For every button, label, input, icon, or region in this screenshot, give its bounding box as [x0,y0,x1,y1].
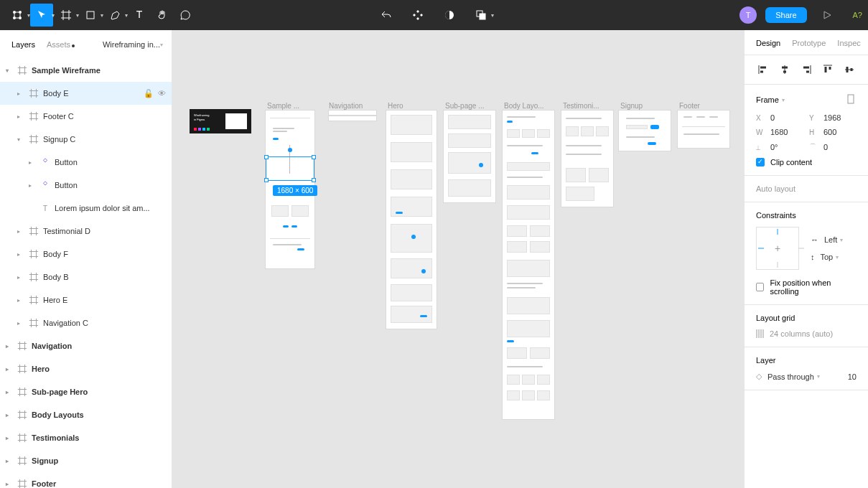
frame-label[interactable]: Body Layo... [504,102,544,110]
chevron-down-icon[interactable]: ▾ [76,12,79,19]
menu-button[interactable] [6,4,29,27]
resize-to-fit-icon[interactable] [845,93,857,106]
x-input[interactable]: 0 [770,113,775,122]
align-hcenter-icon[interactable] [778,62,792,77]
align-left-icon[interactable] [756,62,770,77]
layer-row[interactable]: ▸Testimonial D [0,220,172,243]
layer-caret[interactable]: ▸ [29,182,36,189]
layer-caret[interactable]: ▸ [17,320,24,327]
chevron-down-icon[interactable]: ▾ [491,12,494,19]
tab-assets[interactable]: Assets [47,40,75,49]
frame-label[interactable]: Navigation [329,102,363,110]
align-top-icon[interactable] [821,62,835,77]
frame-label[interactable]: Hero [388,102,403,110]
frame-tool[interactable] [55,4,78,27]
clip-content-checkbox[interactable] [756,158,765,166]
tab-inspect[interactable]: Inspec [837,39,860,55]
grid-columns-icon[interactable] [756,329,764,338]
layer-caret[interactable]: ▸ [6,366,13,372]
layout-grid-value[interactable]: 24 columns (auto) [770,329,833,338]
layer-caret[interactable]: ▾ [6,67,13,74]
layer-row[interactable]: ▸Navigation [0,334,172,357]
layer-caret[interactable]: ▸ [17,251,24,258]
opacity-input[interactable]: 10 [848,372,857,381]
canvas[interactable]: Wireframing in Figma Sample ... [172,30,745,488]
auto-layout-section[interactable]: Auto layout [745,176,868,202]
layer-row[interactable]: ▸Button [0,174,172,197]
chevron-down-icon[interactable]: ▾ [27,12,30,19]
constraint-diagram[interactable]: + [756,227,799,270]
layer-row[interactable]: ▾Signup C [0,128,172,151]
frame-type-selector[interactable]: Frame [756,95,779,104]
tab-prototype[interactable]: Prototype [792,39,826,55]
layer-row[interactable]: ▸Footer C [0,105,172,128]
mask-icon[interactable] [438,4,461,27]
visibility-icon[interactable]: 👁 [158,89,166,98]
tab-layers[interactable]: Layers [11,40,35,49]
layer-caret[interactable]: ▸ [17,274,24,281]
share-button[interactable]: Share [765,7,806,23]
height-input[interactable]: 600 [823,128,836,136]
chevron-down-icon[interactable]: ▾ [52,12,55,19]
layer-caret[interactable]: ▸ [17,297,24,304]
page-selector[interactable]: Wireframing in... [103,40,160,49]
chevron-down-icon[interactable]: ▾ [125,12,128,19]
layer-row[interactable]: ▾Sample Wireframe [0,59,172,82]
rotation-input[interactable]: 0° [770,143,778,151]
component-icon[interactable] [406,4,429,27]
layer-caret[interactable]: ▸ [6,412,13,418]
layer-row[interactable]: ▸Body E🔓👁 [0,82,172,105]
frame-label[interactable]: Testimoni... [563,102,599,110]
layer-caret[interactable]: ▸ [6,389,13,395]
layer-caret[interactable]: ▾ [17,136,24,143]
layer-row[interactable]: ▸Navigation C [0,311,172,334]
chevron-down-icon[interactable]: ▾ [160,42,163,48]
layer-caret[interactable]: ▸ [17,113,24,120]
lock-icon[interactable]: 🔓 [144,89,154,98]
layer-row[interactable]: ▸Body Layouts [0,403,172,426]
layer-row[interactable]: TLorem ipsum dolor sit am... [0,197,172,220]
layer-caret[interactable]: ▸ [6,481,13,487]
zoom-label[interactable]: A? [853,11,862,19]
fix-position-checkbox[interactable] [756,283,764,291]
shape-tool[interactable] [79,4,102,27]
layer-row[interactable]: ▸Testimonials [0,426,172,449]
frame-label[interactable]: Sub-page ... [445,102,484,110]
layer-row[interactable]: ▸Footer [0,472,172,488]
chevron-down-icon[interactable]: ▾ [101,12,103,19]
layer-row[interactable]: ▸Body F [0,243,172,266]
move-tool[interactable] [30,4,53,27]
boolean-icon[interactable] [470,4,493,27]
layer-caret[interactable]: ▸ [29,159,36,166]
align-vcenter-icon[interactable] [842,62,857,77]
frame-label[interactable]: Footer [679,102,700,110]
layer-row[interactable]: ▸Body B [0,266,172,288]
pen-tool[interactable] [103,4,126,27]
tab-design[interactable]: Design [756,39,780,55]
h-constraint-select[interactable]: Left [824,235,837,244]
y-input[interactable]: 1968 [823,113,841,122]
layer-row[interactable]: ▸Hero E [0,288,172,311]
layer-caret[interactable]: ▸ [6,435,13,441]
frame-label[interactable]: Sample ... [267,102,299,110]
layer-row[interactable]: ▸Button [0,151,172,174]
width-input[interactable]: 1680 [770,128,788,136]
layer-caret[interactable]: ▸ [6,458,13,464]
blend-mode-select[interactable]: Pass through [767,372,814,381]
layer-row[interactable]: ▸Signup [0,449,172,472]
hand-tool[interactable] [151,4,174,27]
avatar[interactable]: T [739,6,757,24]
layer-caret[interactable]: ▸ [6,343,13,349]
layer-row[interactable]: ▸Hero [0,357,172,380]
radius-input[interactable]: 0 [823,143,828,151]
frame-label[interactable]: Signup [620,102,643,110]
comment-tool[interactable] [174,4,197,27]
text-tool[interactable]: T [128,4,151,27]
layer-caret[interactable]: ▸ [17,90,24,97]
undo-icon[interactable] [375,4,398,27]
present-button[interactable] [816,4,839,27]
align-right-icon[interactable] [799,62,813,77]
v-constraint-select[interactable]: Top [821,253,834,261]
layer-row[interactable]: ▸Sub-page Hero [0,380,172,403]
layer-caret[interactable]: ▸ [17,228,24,235]
